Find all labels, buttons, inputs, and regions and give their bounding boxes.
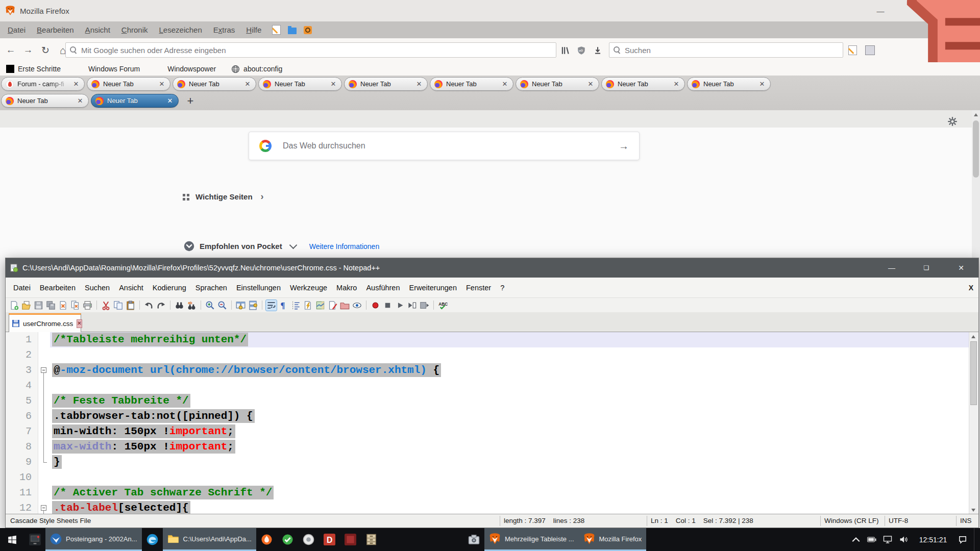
v-extension-icon[interactable]: [865, 45, 875, 55]
menu-item-ausfhren[interactable]: Ausführen: [361, 284, 404, 292]
menu-item-chronik[interactable]: Chronik: [116, 26, 154, 34]
tab[interactable]: Neuer Tab: [1, 94, 89, 108]
top-sites-section[interactable]: Wichtige Seiten: [183, 191, 264, 202]
task-button[interactable]: Mehrzeilige Tableiste ...: [484, 528, 579, 551]
code-line-4[interactable]: 4: [6, 378, 970, 393]
volume-icon[interactable]: [899, 536, 908, 543]
save-all-icon[interactable]: [45, 300, 56, 311]
replace-icon[interactable]: ab: [186, 300, 197, 311]
close-tab-icon[interactable]: [586, 80, 595, 88]
menu-item-makro[interactable]: Makro: [332, 284, 361, 292]
print-icon[interactable]: [82, 300, 93, 311]
menu-item-einstellungen[interactable]: Einstellungen: [232, 284, 285, 292]
fold-collapse-icon[interactable]: [41, 505, 46, 511]
reload-icon[interactable]: [37, 44, 54, 57]
tab[interactable]: Neuer Tab: [601, 77, 685, 91]
pocket-section[interactable]: Empfohlen von Pocket Weitere Information…: [184, 241, 379, 252]
menu-item-hilfe[interactable]: Hilfe: [240, 26, 267, 34]
ublock-shield-icon[interactable]: uO: [577, 46, 586, 55]
tab[interactable]: Neuer Tab: [687, 77, 771, 91]
tab[interactable]: Neuer Tab: [87, 77, 170, 91]
close-tab-icon[interactable]: [758, 80, 766, 88]
menu-item-datei[interactable]: Datei: [2, 26, 31, 34]
show-all-characters-icon[interactable]: ¶: [278, 300, 289, 311]
redo-icon[interactable]: [156, 300, 166, 311]
bookmark-about-config[interactable]: about:config: [231, 65, 282, 73]
taskbar-icon-button[interactable]: [298, 528, 319, 551]
record-macro-icon[interactable]: [370, 300, 381, 311]
document-map-icon[interactable]: [315, 300, 326, 311]
sync-vertical-icon[interactable]: [235, 300, 246, 311]
code-line-2[interactable]: 2: [6, 347, 970, 363]
tab[interactable]: Neuer Tab: [173, 77, 256, 91]
menu-item-datei[interactable]: Datei: [9, 284, 35, 292]
save-macro-icon[interactable]: [419, 300, 430, 311]
status-insert-mode[interactable]: INS: [956, 516, 977, 526]
code-line-11[interactable]: 11/* Activer Tab schwarze Schrift */: [6, 485, 970, 500]
chevron-up-icon[interactable]: [851, 536, 861, 543]
tab-active[interactable]: Neuer Tab: [91, 94, 179, 108]
quickfox-icon[interactable]: [304, 26, 312, 34]
run-macro-multiple-icon[interactable]: [407, 300, 418, 311]
close-file-icon[interactable]: [58, 300, 68, 311]
file-tab-userchrome[interactable]: userChrome.css: [9, 313, 81, 332]
stop-macro-icon[interactable]: [382, 300, 393, 311]
menu-item-kodierung[interactable]: Kodierung: [148, 284, 191, 292]
menu-item-suchen[interactable]: Suchen: [80, 284, 114, 292]
download-icon[interactable]: [593, 46, 602, 55]
copy-icon[interactable]: [113, 300, 124, 311]
chevron-right-icon[interactable]: [261, 191, 264, 202]
fold-collapse-icon[interactable]: [41, 367, 46, 373]
bookmark-windowspower[interactable]: Windowspower: [155, 65, 216, 73]
document-list-icon[interactable]: [327, 300, 338, 311]
tab[interactable]: Neuer Tab: [258, 77, 342, 91]
status-encoding[interactable]: UTF-8: [885, 516, 923, 526]
taskbar-clock[interactable]: 12:51:21: [915, 536, 951, 544]
library-icon[interactable]: [560, 46, 570, 55]
new-tab-button[interactable]: [183, 94, 198, 108]
close-tab-icon[interactable]: [243, 80, 252, 88]
scroll-up-icon[interactable]: [974, 113, 978, 116]
monitoring-icon[interactable]: [352, 300, 362, 311]
open-file-icon[interactable]: [21, 300, 32, 311]
notes-pencil-icon[interactable]: [848, 45, 857, 55]
code-editor[interactable]: 1/*Tableiste mehrreihig unten*/23@-moz-d…: [6, 332, 970, 515]
search-bar[interactable]: Suchen: [609, 42, 843, 58]
taskbar-icon-button[interactable]: D: [319, 528, 340, 551]
close-icon[interactable]: [946, 258, 976, 278]
folder-workspace-icon[interactable]: [339, 300, 350, 311]
menu-item-bearbeiten[interactable]: Bearbeiten: [35, 284, 80, 292]
sync-horizontal-icon[interactable]: [248, 300, 258, 311]
new-file-icon[interactable]: [9, 300, 19, 311]
tab[interactable]: Neuer Tab: [516, 77, 599, 91]
taskbar-icon-button[interactable]: [361, 528, 382, 551]
taskbar-icon-button[interactable]: [256, 528, 277, 551]
display-icon[interactable]: [883, 536, 892, 543]
code-line-1[interactable]: 1/*Tableiste mehrreihig unten*/: [6, 332, 970, 347]
menu-item-ansicht[interactable]: Ansicht: [114, 284, 148, 292]
code-line-6[interactable]: 6.tabbrowser-tab:not([pinned]) {: [6, 409, 970, 424]
chevron-down-icon[interactable]: [289, 241, 297, 249]
code-line-9[interactable]: 9}: [6, 455, 970, 470]
taskbar-icon-button[interactable]: [463, 528, 484, 551]
close-tab-icon[interactable]: [501, 80, 509, 88]
tab[interactable]: Neuer Tab: [344, 77, 428, 91]
task-button[interactable]: Mozilla Firefox: [579, 528, 647, 551]
tab[interactable]: Neuer Tab: [430, 77, 513, 91]
menu-item-?[interactable]: ?: [496, 284, 509, 292]
taskbar-icon-button[interactable]: [142, 528, 163, 551]
close-tab-icon[interactable]: [76, 97, 84, 105]
menu-item-ansicht[interactable]: Ansicht: [80, 26, 116, 34]
maximize-icon[interactable]: [911, 258, 942, 278]
close-tab-icon[interactable]: [415, 80, 423, 88]
code-line-5[interactable]: 5/* Feste Tabbreite */: [6, 393, 970, 409]
code-line-7[interactable]: 7min-width: 150px !important;: [6, 424, 970, 439]
menu-item-sprachen[interactable]: Sprachen: [191, 284, 232, 292]
pocket-more-link[interactable]: Weitere Informationen: [309, 242, 379, 251]
scroll-down-icon[interactable]: [971, 509, 975, 512]
task-button[interactable]: C:\Users\Andi\AppDa...: [163, 528, 256, 551]
cut-icon[interactable]: [101, 300, 111, 311]
notes-pencil-icon[interactable]: [272, 25, 281, 35]
close-tab-icon[interactable]: [672, 80, 680, 88]
status-eol-format[interactable]: Windows (CR LF): [820, 516, 885, 526]
